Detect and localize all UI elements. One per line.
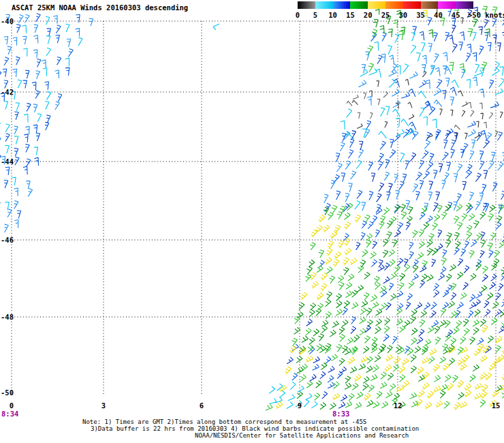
ascat-wind-chart: ASCAT 25KM NOAA Winds 20160303 descendin…	[0, 0, 504, 443]
wind-barbs-layer	[0, 6, 504, 410]
wind-barbs-blue1	[0, 14, 504, 232]
wind-barbs-blue2	[0, 8, 504, 388]
wind-barbs-cyan	[0, 16, 504, 408]
wind-barb-plot	[0, 0, 504, 443]
